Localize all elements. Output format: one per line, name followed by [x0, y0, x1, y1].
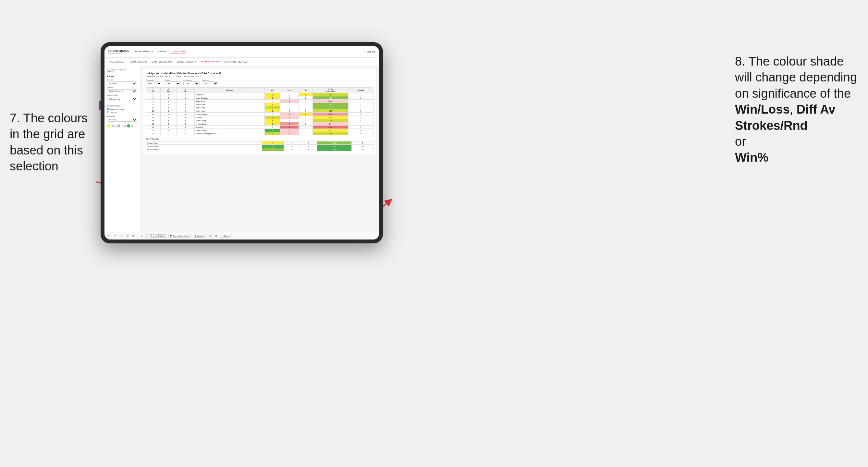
table-row: 11 1 3 Heejo Hyun 1 0 0 3.33 3	[146, 110, 373, 113]
cell-reg: 1	[160, 103, 177, 106]
opponents-filter: Opponents: (All)	[146, 79, 162, 85]
redo-button[interactable]: ↪	[113, 234, 118, 238]
right-annotation: 8. The colour shade will change dependin…	[735, 54, 858, 166]
cell-conf: 4	[177, 103, 195, 106]
ood-cell-tie: 0	[301, 142, 317, 145]
top-100-option[interactable]: Top 100	[107, 111, 137, 113]
left-annotation: 7. The colours in the grid are based on …	[10, 110, 94, 175]
cell-conf: 2	[177, 126, 195, 129]
opponents-played-option[interactable]: Opponents Played	[107, 108, 137, 110]
right-bold1: Win/Loss	[735, 102, 790, 116]
nav-separator: ›	[364, 51, 365, 53]
cell-conf: 2	[177, 96, 195, 100]
legend-down-dot	[107, 124, 110, 128]
cell-diff: 3.33	[312, 110, 348, 113]
cell-tie: 1	[299, 93, 312, 96]
cell-div: 19	[146, 129, 161, 132]
cell-win: 2	[265, 132, 280, 135]
sign-out-link[interactable]: Sign out	[367, 51, 375, 53]
cell-opponent: Esther Lee	[194, 93, 265, 96]
colour-by-select[interactable]: Win/loss	[107, 118, 137, 122]
cell-reg: 8	[160, 119, 177, 122]
subnav-team-h2h-grid[interactable]: TEAM H2H GRID	[130, 61, 147, 63]
cell-tie: 0	[299, 132, 312, 135]
cell-diff: -0.94	[312, 122, 348, 126]
subnav-team-summary[interactable]: TEAM SUMMARY	[108, 61, 126, 63]
cell-div: 5	[146, 96, 161, 100]
save-icon: 💾	[170, 235, 172, 237]
cell-diff: -3.00	[312, 113, 348, 116]
save-custom-button[interactable]: 💾 Save Custom View	[168, 234, 191, 238]
cell-tie: 0	[299, 116, 312, 119]
subnav-team-h2h-heatmap[interactable]: TEAM H2H HEATMAP	[151, 61, 173, 63]
view-original-button[interactable]: 👁 View: Original	[149, 234, 166, 238]
cell-opponent: Emily Chang	[194, 129, 265, 132]
cell-div: 14	[146, 116, 161, 119]
cell-tie: 0	[299, 126, 312, 129]
subnav-player-summary[interactable]: PLAYER SUMMARY	[177, 61, 197, 63]
overall-record: Overall Record: 353 - 34 - 6	[146, 75, 170, 77]
player-rank-select[interactable]: 8. Katelyn Vo	[107, 97, 137, 101]
ood-cell-opponent: Foreign Team	[146, 142, 262, 145]
gender-select[interactable]: Women's	[107, 82, 137, 85]
subnav-player-h2h-heatmap[interactable]: PLAYER H2H HEATMAP	[224, 61, 248, 63]
cell-loss: 0	[280, 110, 299, 113]
save-custom-label: Save Custom View	[173, 235, 189, 237]
table-row: 13 1 1 Jessica Huang 0 1 2 -3.00 2	[146, 113, 373, 116]
opponents-filter-select[interactable]: (All)	[146, 82, 162, 85]
export-button[interactable]: ⊡	[208, 234, 212, 238]
subnav-player-h2h-grid[interactable]: PLAYER H2H GRID	[201, 60, 220, 63]
cell-rounds	[348, 100, 373, 103]
grid-button[interactable]: ⊞	[214, 234, 218, 238]
cell-diff: -5.00	[312, 126, 348, 129]
cell-loss: 0	[280, 106, 299, 110]
cell-conf: 6	[177, 129, 195, 132]
top-100-radio[interactable]	[107, 111, 110, 113]
ood-cell-rounds: 30	[351, 145, 373, 148]
cell-conf: 1	[177, 113, 195, 116]
table-row: 14 7 4 Eunice Yi 2 2 0 0.38 9	[146, 116, 373, 119]
cell-conf: 7	[177, 132, 195, 135]
cell-opponent: Euna Lee	[194, 126, 265, 129]
conference-filter-label: Conference	[183, 79, 199, 81]
legend-level-dot	[117, 124, 120, 128]
undo-button[interactable]: ↩	[107, 234, 111, 238]
conference-filter-select[interactable]: (All)	[183, 82, 199, 85]
nav-committee[interactable]: COMMITTEE	[171, 49, 186, 54]
cell-rounds: 3	[348, 110, 373, 113]
cell-div: 3	[146, 93, 161, 96]
opponent-filter-select[interactable]: (All)	[202, 82, 218, 85]
division-select[interactable]: NCAA Division III	[107, 89, 137, 93]
watch-button[interactable]: 👁 Watch ▾	[193, 234, 206, 238]
opponents-played-radio[interactable]	[107, 108, 110, 110]
copy-button[interactable]: ⧉	[126, 234, 129, 238]
share-button[interactable]: ↗ Share	[220, 234, 231, 238]
cell-opponent: Sharon Mun	[194, 103, 265, 106]
cell-loss: 1	[280, 132, 299, 135]
cell-loss: 0	[280, 119, 299, 122]
table-row: 16 2 1 Jessica Mason 1 2 0 -0.94	[146, 122, 373, 126]
nav-items: TOURNAMENTS TEAMS COMMITTEE	[135, 49, 364, 54]
legend-level-label: Level	[122, 125, 126, 127]
cell-conf: 4	[177, 116, 195, 119]
logo-text: SCOREBOARD Powered by clippd	[108, 50, 129, 54]
cell-reg: 1	[160, 93, 177, 96]
table-row: 5 2 2 Alexis Sudjianto 1 0 0 4.00 3	[146, 96, 373, 100]
region-filter-select[interactable]: (All)	[164, 82, 181, 85]
cell-div: 6	[146, 100, 161, 103]
cell-reg: 2	[160, 126, 177, 129]
division-record: Division Record: 331 - 34 - 6	[176, 75, 201, 77]
nav-teams[interactable]: TEAMS	[158, 49, 166, 54]
cell-diff: 4.00	[312, 106, 348, 110]
ood-cell-diff: 4.500	[317, 142, 351, 145]
paste-button[interactable]: ⊞	[131, 234, 136, 238]
ood-cell-rounds: 10	[351, 148, 373, 151]
cell-div: 18	[146, 126, 161, 129]
cell-loss: 0	[280, 93, 299, 96]
cell-reg: 6	[160, 106, 177, 110]
undo2-button[interactable]: ↩	[119, 234, 124, 238]
clock-button[interactable]: ⏱	[140, 234, 145, 238]
cell-rounds: 2	[348, 126, 373, 129]
view-original-label: View: Original	[153, 235, 165, 237]
nav-tournaments[interactable]: TOURNAMENTS	[135, 49, 153, 54]
